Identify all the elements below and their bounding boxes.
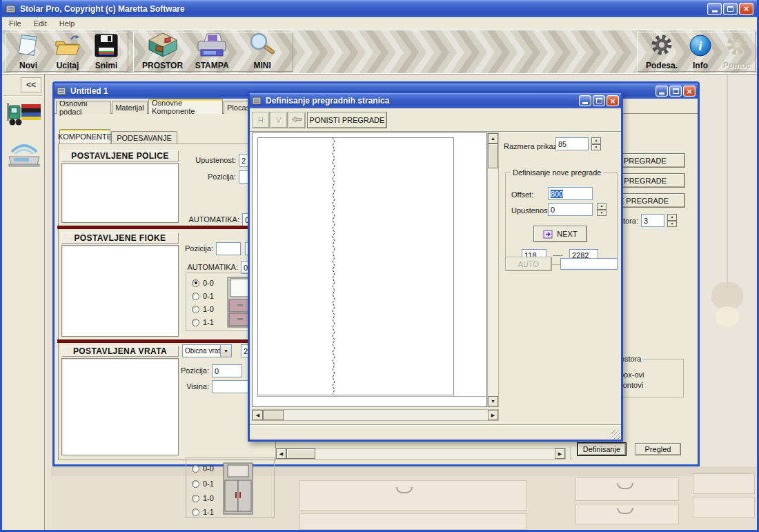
police-list[interactable] bbox=[61, 163, 179, 223]
fioke-radio-0-0[interactable]: 0-0 bbox=[192, 279, 214, 287]
fioke-pozicija-field[interactable] bbox=[216, 242, 241, 255]
save-button[interactable]: Snimi bbox=[93, 33, 119, 70]
prostora-spinner[interactable]: ▲▼ bbox=[667, 214, 677, 227]
canvas-horizontal-scrollbar[interactable]: ◀ ▶ bbox=[252, 409, 499, 421]
untitled-minimize-button[interactable] bbox=[656, 86, 668, 97]
untitled-maximize-button[interactable] bbox=[669, 86, 682, 97]
settings-button[interactable]: Podesa. bbox=[646, 32, 678, 70]
help-button[interactable]: Pomoc bbox=[723, 32, 751, 70]
menu-bar: File Edit Help bbox=[2, 17, 757, 30]
canvas-vertical-scrollbar[interactable]: ▲ ▼ bbox=[487, 132, 499, 407]
canvas-hscroll-thumb[interactable] bbox=[263, 410, 284, 420]
undo-arrow-button[interactable] bbox=[288, 112, 306, 128]
fioke-radio-1-0[interactable]: 1-0 bbox=[192, 305, 214, 313]
tab-osnovni-podaci[interactable]: Osnovni podaci bbox=[56, 101, 111, 114]
vrata-radio-0-0[interactable]: 0-0 bbox=[192, 464, 214, 473]
app-minimize-button[interactable] bbox=[707, 3, 722, 15]
subtab-podesavanje[interactable]: PODESAVANJE bbox=[111, 131, 177, 144]
vrata-type-dropdown[interactable]: Obicna vrata ▼ bbox=[182, 344, 232, 357]
vrata-header[interactable]: POSTAVLJENA VRATA bbox=[61, 346, 179, 357]
open-button[interactable]: Ucitaj bbox=[53, 33, 82, 70]
offset-field[interactable]: 800 bbox=[548, 187, 593, 200]
prostor-button[interactable]: PROSTOR bbox=[142, 32, 183, 70]
app-close-button[interactable]: × bbox=[739, 3, 753, 15]
bottom-separator bbox=[571, 446, 572, 460]
vrata-visina-field[interactable] bbox=[212, 380, 253, 393]
fioke-list[interactable] bbox=[61, 245, 179, 337]
mdi-area: Untitled 1 × Osnovni podaci Materijal Os… bbox=[46, 75, 757, 530]
new-button[interactable]: Novi bbox=[14, 33, 42, 70]
dialog-close-button[interactable]: × bbox=[607, 95, 619, 106]
tab-osnovne-komponente[interactable]: Osnovne Komponente bbox=[148, 99, 223, 114]
untitled-window-title: Untitled 1 bbox=[70, 86, 108, 96]
prostora-field[interactable]: 3 bbox=[641, 214, 664, 227]
dialog-upustenost-field[interactable]: 0 bbox=[548, 203, 593, 216]
horizontal-button[interactable]: H bbox=[252, 112, 270, 128]
forklift-icon[interactable] bbox=[5, 98, 42, 134]
vrata-radio-1-1[interactable]: 1-1 bbox=[192, 508, 214, 516]
sidebar-separator bbox=[3, 95, 43, 96]
canvas-scroll-right-icon[interactable]: ▶ bbox=[488, 410, 498, 420]
nova-pregrada-groupbox: Definisanje nove pregrade Offset: 800 Up… bbox=[505, 173, 618, 265]
ponisti-pregrade-button[interactable]: PONISTI PREGRADE bbox=[307, 112, 387, 128]
dialog-upustenost-label: Upustenost: bbox=[511, 206, 552, 215]
canvas-vscroll-thumb[interactable] bbox=[488, 144, 498, 168]
mini-button[interactable]: MINI bbox=[246, 32, 278, 70]
menu-help[interactable]: Help bbox=[59, 19, 75, 28]
pregrade-canvas[interactable] bbox=[252, 132, 487, 407]
scroll-left-icon[interactable]: ◀ bbox=[276, 449, 286, 459]
dialog-titlebar[interactable]: Definisanje pregradnih stranica × bbox=[250, 93, 621, 108]
pregled-button[interactable]: Pregled bbox=[635, 443, 681, 455]
info-icon: i bbox=[689, 33, 712, 60]
stampa-button[interactable]: STAMPA bbox=[194, 32, 230, 70]
menu-file[interactable]: File bbox=[9, 19, 21, 28]
tab-materijal[interactable]: Materijal bbox=[112, 101, 148, 114]
resize-grip[interactable] bbox=[611, 430, 620, 439]
sidebar-collapse-button[interactable]: << bbox=[21, 77, 41, 92]
dialog-statusbar bbox=[250, 424, 621, 440]
fioke-radio-1-1[interactable]: 1-1 bbox=[192, 318, 214, 326]
police-header[interactable]: POSTAVLJENE POLICE bbox=[61, 150, 179, 161]
scroll-down-icon[interactable]: ▼ bbox=[488, 396, 498, 406]
canvas-scroll-left-icon[interactable]: ◀ bbox=[253, 410, 263, 420]
dialog-minimize-button[interactable] bbox=[579, 95, 591, 106]
client-area: << bbox=[2, 75, 757, 530]
pregrade-dialog: Definisanje pregradnih stranica × H V PO… bbox=[248, 91, 623, 442]
police-pozicija-label: Pozicija: bbox=[182, 173, 236, 181]
auto-button[interactable]: AUTO bbox=[505, 257, 552, 271]
arrow-left-icon bbox=[291, 116, 302, 124]
vrata-list[interactable] bbox=[61, 358, 179, 455]
scroll-right-icon[interactable]: ▶ bbox=[555, 449, 565, 459]
nova-pregrada-group-title: Definisanje nove pregrade bbox=[511, 168, 603, 177]
main-hscroll-thumb[interactable] bbox=[286, 449, 315, 459]
scroll-up-icon[interactable]: ▲ bbox=[488, 133, 498, 144]
cabinet-doors-image bbox=[222, 462, 254, 517]
vrata-visina-label: Visina: bbox=[183, 382, 209, 391]
cabinet-outline bbox=[257, 137, 454, 395]
razmera-spinner[interactable]: ▲▼ bbox=[591, 137, 601, 150]
app-maximize-button[interactable] bbox=[723, 3, 738, 15]
upustenost-spinner[interactable]: ▲▼ bbox=[597, 203, 607, 216]
room-icon bbox=[144, 32, 182, 60]
untitled-close-button[interactable]: × bbox=[683, 86, 696, 97]
dialog-toolbar: H V PONISTI PREGRADE bbox=[250, 108, 621, 132]
vrata-pozicija-field[interactable]: 0 bbox=[212, 364, 242, 377]
fioke-header[interactable]: POSTAVLJENE FIOKE bbox=[61, 233, 179, 244]
section-divider-2 bbox=[57, 339, 275, 343]
vrata-radio-0-1[interactable]: 0-1 bbox=[192, 480, 214, 488]
menu-edit[interactable]: Edit bbox=[34, 19, 47, 28]
razmera-field[interactable]: 85 bbox=[555, 137, 589, 150]
next-button[interactable]: NEXT bbox=[533, 226, 587, 242]
scanner-icon[interactable] bbox=[6, 138, 42, 171]
toolbar-tools-group: PROSTOR STAMPA MINI bbox=[133, 32, 293, 72]
info-button[interactable]: i Info bbox=[689, 33, 712, 70]
fioke-radio-0-1[interactable]: 0-1 bbox=[192, 292, 214, 300]
vrata-radio-1-0[interactable]: 1-0 bbox=[192, 494, 214, 502]
toolbar-right-group: Podesa. i Info Pomoc bbox=[637, 32, 756, 72]
vertical-button[interactable]: V bbox=[270, 112, 288, 128]
subtab-komponente[interactable]: KOMPONENTE bbox=[59, 129, 110, 144]
dialog-maximize-button[interactable] bbox=[593, 95, 605, 106]
auto-field[interactable] bbox=[560, 258, 618, 270]
main-horizontal-scrollbar[interactable]: ◀ ▶ bbox=[275, 448, 566, 460]
definisanje-button[interactable]: Definisanje bbox=[578, 443, 626, 455]
